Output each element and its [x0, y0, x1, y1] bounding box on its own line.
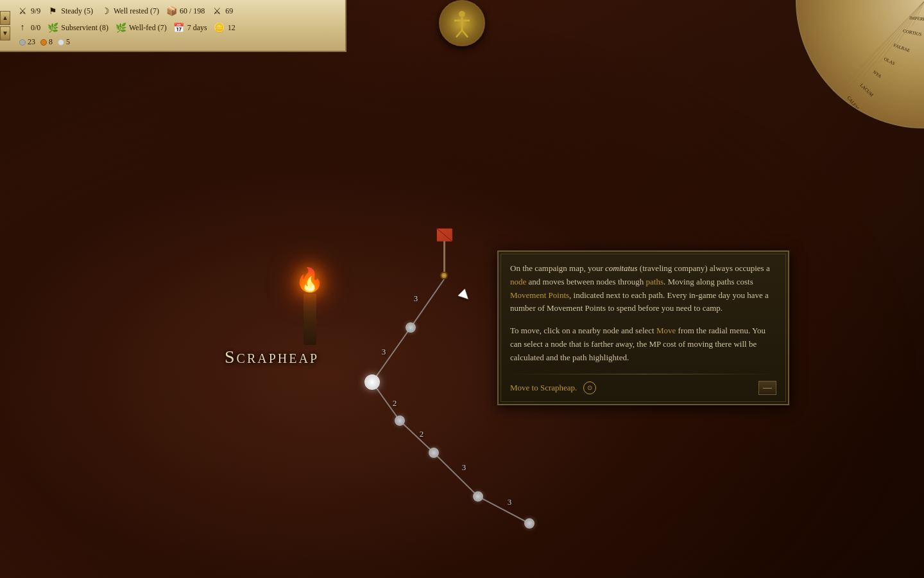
calendar-week: Week 2: [802, 89, 823, 94]
player-banner: [431, 228, 457, 279]
coin-stat: 🪙 12: [214, 22, 235, 33]
morale-value: Steady (5): [61, 6, 93, 16]
morale-icon: ⚑: [47, 5, 58, 17]
supplies-stat: 📦 60 / 198: [166, 5, 205, 17]
renown-stat: ⚔ 69: [211, 5, 233, 17]
status-row-1: ⚔ 9/9 ⚑ Steady (5) ☽ Well rested (7) 📦 6…: [17, 3, 340, 19]
troops-icon: ⚔: [17, 5, 28, 17]
supplies-icon: 📦: [166, 5, 177, 17]
status-row-2: ↑ 0/0 🌿 Subservient (8) 🌿 Well-fed (7) 📅…: [17, 19, 340, 36]
tooltip-link-node: node: [510, 277, 526, 286]
indicator-orange-value: 8: [49, 37, 53, 47]
svg-text:CALEM: CALEM: [846, 95, 860, 111]
tooltip-node-icon: ⊙: [583, 381, 596, 394]
indicator-light-value: 5: [66, 37, 70, 47]
path-label-3c: 3: [462, 462, 466, 473]
tooltip-italic: comitatus: [605, 263, 638, 273]
tooltip-link-paths: paths: [646, 277, 663, 286]
morale-stat: ⚑ Steady (5): [47, 5, 93, 17]
fed-stat: 🌿 Well-fed (7): [115, 22, 167, 33]
banner-flag: [436, 228, 452, 241]
torch-pillar: [304, 293, 316, 345]
days-icon: 📅: [173, 22, 185, 33]
path-label-3a: 3: [414, 293, 418, 304]
path-node-1[interactable]: [406, 322, 416, 333]
path-label-2b: 2: [420, 429, 424, 439]
torch-flame: 🔥: [295, 267, 324, 293]
rest-value: Well rested (7): [114, 6, 159, 16]
svg-line-11: [456, 30, 462, 37]
svg-text:CORTIUS: CORTIUS: [903, 28, 923, 37]
path-node-current[interactable]: [364, 374, 380, 390]
svg-text:NYA: NYA: [872, 69, 882, 79]
wheel-outer: IMPERIUS CORTIUS FALRAE OLAS NYA LACUM C…: [796, 0, 924, 128]
days-value: 7 days: [187, 23, 207, 33]
location-name: Scrapheap: [225, 347, 319, 367]
subservient-value: Subservient (8): [61, 23, 108, 33]
tooltip-link-mp: Movement Points: [510, 290, 569, 300]
indicator-orange: 8: [40, 37, 53, 47]
calendar-wheel: IMPERIUS CORTIUS FALRAE OLAS NYA LACUM C…: [796, 0, 924, 128]
tooltip-link-move: Move: [656, 326, 676, 335]
svg-line-12: [462, 30, 468, 37]
supplies-value: 60 / 198: [180, 6, 205, 16]
renown-icon: ⚔: [211, 5, 223, 17]
svg-text:MARCH: MARCH: [832, 106, 844, 123]
rest-icon: ☽: [99, 5, 111, 17]
subservient-icon: 🌿: [47, 22, 58, 33]
troops-stat: ⚔ 9/9: [17, 5, 40, 17]
calendar-location: Alben: [802, 94, 823, 100]
troops2-value: 0/0: [31, 23, 40, 33]
rest-stat: ☽ Well rested (7): [99, 5, 159, 17]
fed-value: Well-fed (7): [129, 23, 167, 33]
tooltip-separator: [510, 374, 776, 374]
calendar-day: Day 11: [802, 112, 823, 118]
svg-line-25: [861, 0, 924, 80]
tooltip-action-row: Move to Scrapheap. ⊙ —: [510, 381, 776, 395]
troops2-icon: ↑: [17, 22, 28, 33]
path-label-2a: 2: [393, 398, 397, 408]
svg-point-8: [459, 11, 465, 17]
path-node-3[interactable]: [429, 448, 439, 458]
svg-line-28: [807, 0, 924, 122]
path-label-3b: 3: [382, 347, 386, 357]
tooltip-close-button[interactable]: —: [758, 381, 776, 395]
banner-pole: [443, 241, 445, 273]
status-indicators: 23 8 5: [17, 37, 340, 47]
renown-value: 69: [225, 6, 233, 16]
center-medallion[interactable]: [439, 0, 485, 46]
dot-light: [58, 39, 64, 46]
status-bar: ▲ ▼ ⚔ 9/9 ⚑ Steady (5) ☽ Well rested (7)…: [0, 0, 346, 52]
svg-text:FALRAE: FALRAE: [893, 42, 911, 53]
banner-base: [440, 272, 448, 279]
fed-icon: 🌿: [115, 22, 126, 33]
cursor-arrow: ▶: [457, 286, 475, 304]
calendar-year: Year 1097: [802, 100, 823, 106]
svg-text:OLAS: OLAS: [883, 57, 896, 67]
calendar-month: Month 02: [802, 106, 823, 112]
indicator-gray-value: 23: [28, 37, 35, 47]
dot-gray: [19, 39, 26, 46]
svg-text:LACUM: LACUM: [859, 83, 875, 98]
tooltip-panel: On the campaign map, your comitatus (tra…: [497, 250, 789, 405]
coin-value: 12: [228, 23, 235, 33]
svg-text:SOLOS: SOLOS: [817, 116, 827, 128]
tooltip-paragraph2: To move, click on a nearby node and sele…: [510, 324, 776, 364]
path-node-5[interactable]: [524, 518, 535, 529]
dot-orange: [40, 39, 47, 46]
path-label-3d: 3: [508, 497, 512, 507]
coin-icon: 🪙: [214, 22, 225, 33]
torch-location: 🔥: [295, 267, 324, 345]
troops-value: 9/9: [31, 6, 40, 16]
indicator-light: 5: [58, 37, 70, 47]
subservient-stat: 🌿 Subservient (8): [47, 22, 108, 33]
tooltip-move-text[interactable]: Move to Scrapheap.: [510, 383, 577, 393]
arrow-up-button[interactable]: ▲: [0, 11, 10, 25]
arrow-down-button[interactable]: ▼: [0, 26, 10, 40]
troops2-stat: ↑ 0/0: [17, 22, 40, 33]
tooltip-paragraph1: On the campaign map, your comitatus (tra…: [510, 262, 776, 315]
path-node-2[interactable]: [395, 416, 405, 426]
days-stat: 📅 7 days: [173, 22, 207, 33]
path-node-4[interactable]: [473, 491, 483, 502]
indicator-gray: 23: [19, 37, 35, 47]
